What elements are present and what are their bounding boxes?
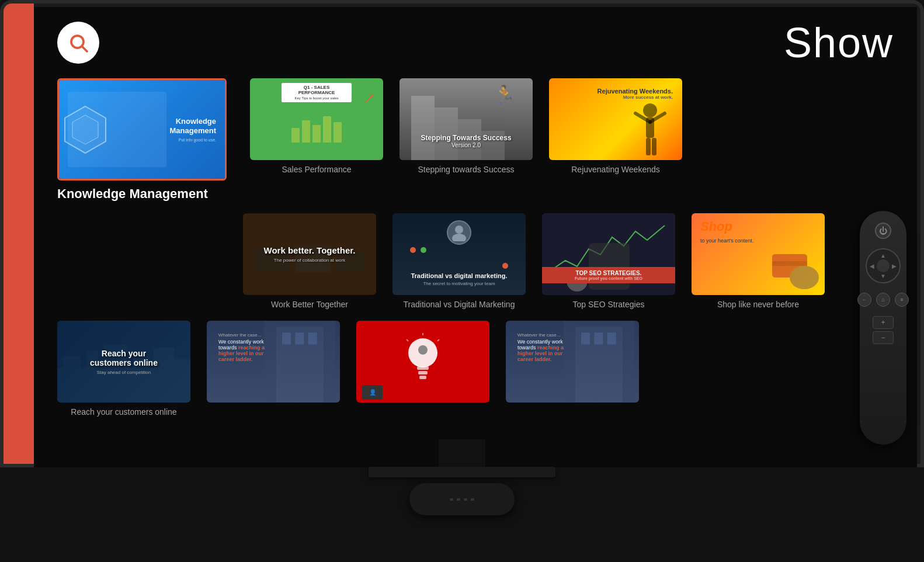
svg-rect-51 bbox=[63, 356, 81, 402]
card-top-seo[interactable]: TOP SEO STRATEGIES. Future proof you con… bbox=[542, 213, 675, 309]
svg-line-67 bbox=[437, 339, 439, 341]
tv-stand-base bbox=[369, 467, 555, 477]
card-thumbnail: Traditional vs digital marketing. The se… bbox=[392, 213, 526, 295]
header: Show bbox=[34, 7, 917, 78]
featured-card-title: Knowledge Management bbox=[57, 186, 227, 202]
card-title: Work Better Together bbox=[271, 300, 348, 309]
row-3: Reach yourcustomers online Stay ahead of… bbox=[57, 321, 894, 417]
card-title: Traditional vs Digital Marketing bbox=[404, 300, 515, 309]
svg-rect-29 bbox=[411, 96, 435, 160]
card-rejuvenating-weekends[interactable]: Rejuvenating Weekends. More success at w… bbox=[549, 78, 682, 174]
card-shop-never-before[interactable]: Shop to your heart's content. Shop like … bbox=[692, 213, 825, 309]
featured-card[interactable]: KnowledgeManagement Put info good to use… bbox=[57, 78, 227, 202]
svg-rect-65 bbox=[419, 376, 426, 379]
svg-rect-59 bbox=[282, 332, 291, 344]
row-2: Work better. Together. The power of coll… bbox=[57, 213, 894, 309]
card-thumbnail: Q1 - SALESPERFORMANCEKey Tips to boost y… bbox=[250, 78, 383, 160]
svg-rect-63 bbox=[417, 366, 429, 370]
svg-rect-73 bbox=[594, 332, 603, 344]
page-title: Show bbox=[784, 19, 894, 67]
svg-point-40 bbox=[455, 226, 463, 234]
card-thumbnail: Whatever the case... We constantly work … bbox=[506, 321, 639, 403]
set-top-box bbox=[409, 483, 515, 515]
red-accent-bar bbox=[4, 4, 34, 464]
card-thumbnail: 👤 bbox=[356, 321, 489, 403]
card-career-2[interactable]: Whatever the case... We constantly work … bbox=[506, 321, 639, 407]
svg-rect-35 bbox=[652, 138, 656, 155]
card-reach-customers[interactable]: Reach yourcustomers online Stay ahead of… bbox=[57, 321, 190, 417]
svg-point-30 bbox=[643, 103, 657, 117]
search-button[interactable] bbox=[57, 22, 99, 64]
card-stepping-success[interactable]: 🏃 Stepping Towards Success Version 2.0 S… bbox=[400, 78, 533, 174]
card-thumbnail: Whatever the case... We constantly work … bbox=[207, 321, 340, 403]
card-sales-performance[interactable]: Q1 - SALESPERFORMANCEKey Tips to boost y… bbox=[250, 78, 383, 174]
card-title: Top SEO Strategies bbox=[573, 300, 645, 309]
svg-line-23 bbox=[82, 47, 87, 51]
tv-screen: Show bbox=[34, 7, 917, 467]
svg-point-48 bbox=[790, 266, 819, 289]
content-area: KnowledgeManagement Put info good to use… bbox=[34, 78, 917, 440]
card-thumbnail: TOP SEO STRATEGIES. Future proof you con… bbox=[542, 213, 675, 295]
card-thumbnail: Rejuvenating Weekends. More success at w… bbox=[549, 78, 682, 160]
svg-rect-34 bbox=[646, 138, 651, 155]
svg-point-41 bbox=[452, 234, 466, 241]
svg-rect-60 bbox=[295, 332, 304, 344]
card-title: Stepping towards Success bbox=[418, 165, 515, 174]
card-career-1[interactable]: Whatever the case... We constantly work … bbox=[207, 321, 340, 407]
card-traditional-digital[interactable]: Traditional vs digital marketing. The se… bbox=[392, 213, 526, 309]
featured-thumbnail: KnowledgeManagement Put info good to use… bbox=[57, 78, 227, 181]
card-thumbnail: 🏃 Stepping Towards Success Version 2.0 bbox=[400, 78, 533, 160]
card-title: Rejuvenating Weekends bbox=[571, 165, 660, 174]
card-title: Shop like never before bbox=[717, 300, 799, 309]
card-title: Reach your customers online bbox=[71, 407, 176, 417]
svg-point-69 bbox=[418, 345, 428, 355]
tv-stand-neck bbox=[439, 439, 485, 469]
svg-rect-64 bbox=[418, 371, 428, 374]
card-title: Sales Performance bbox=[282, 165, 351, 174]
svg-line-68 bbox=[407, 339, 408, 341]
tv-frame: Show bbox=[0, 0, 924, 467]
row-1: KnowledgeManagement Put info good to use… bbox=[57, 78, 894, 202]
card-lightbulb[interactable]: 👤 bbox=[356, 321, 489, 407]
card-thumbnail: Reach yourcustomers online Stay ahead of… bbox=[57, 321, 190, 403]
svg-rect-61 bbox=[308, 332, 317, 344]
svg-rect-72 bbox=[581, 332, 590, 344]
card-work-better[interactable]: Work better. Together. The power of coll… bbox=[243, 213, 376, 309]
svg-rect-74 bbox=[607, 332, 616, 344]
card-thumbnail: Work better. Together. The power of coll… bbox=[243, 213, 376, 295]
svg-rect-56 bbox=[174, 359, 190, 402]
svg-rect-47 bbox=[772, 261, 807, 266]
card-thumbnail: Shop to your heart's content. bbox=[692, 213, 825, 295]
